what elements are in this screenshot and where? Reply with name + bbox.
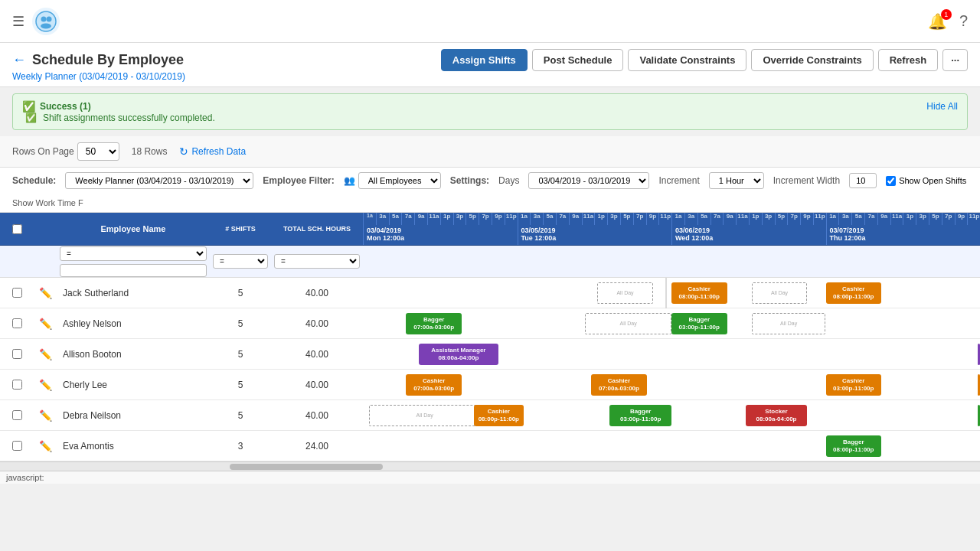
tick-11a3: 11a xyxy=(736,213,749,225)
select-all-checkbox[interactable] xyxy=(12,224,22,234)
row-check[interactable] xyxy=(0,407,34,423)
page-header: ← Schedule By Employee Assign Shifts Pos… xyxy=(0,43,980,87)
row-check[interactable] xyxy=(0,346,34,362)
success-check-icon: ✅ xyxy=(22,100,35,112)
employee-name: Ashley Nelson xyxy=(57,315,210,332)
refresh-button[interactable]: Refresh xyxy=(878,49,938,71)
schedule-controls: Schedule: Weekly Planner (03/04/2019 - 0… xyxy=(0,168,980,213)
row-check[interactable] xyxy=(0,377,34,393)
tick-1p2: 1p xyxy=(594,213,607,225)
row-link[interactable]: ✏️ xyxy=(34,440,57,452)
row-link[interactable]: ✏️ xyxy=(34,318,57,330)
header-employee-name: Employee Name xyxy=(57,213,210,245)
tick-11a4: 11a xyxy=(890,213,903,225)
svg-point-2 xyxy=(47,16,52,21)
increment-select[interactable]: 1 Hour xyxy=(709,172,764,189)
shifts-filter-operator[interactable]: = > < xyxy=(213,254,268,269)
row-checkbox[interactable] xyxy=(12,349,22,359)
day-label-tue: 03/05/2019 Tue 12:00a xyxy=(518,225,672,245)
hide-all-button[interactable]: Hide All xyxy=(926,101,958,112)
success-title-row: ✅ Success (1) Hide All xyxy=(22,100,958,112)
hours-filter-operator[interactable]: = > < xyxy=(274,254,360,269)
row-link[interactable]: ✏️ xyxy=(34,348,57,360)
tick-5a2: 5a xyxy=(543,213,556,225)
assign-shifts-button[interactable]: Assign Shifts xyxy=(441,49,528,71)
logo-icon xyxy=(35,11,57,32)
row-link[interactable]: ✏️ xyxy=(34,379,57,391)
override-constraints-button[interactable]: Override Constraints xyxy=(751,49,873,71)
page-title-group: ← Schedule By Employee xyxy=(12,52,184,68)
table-row: ✏️ Eva Amontis 3 24.00 Bagger08:00p-11:0… xyxy=(0,431,980,461)
weekly-planner-link[interactable]: Weekly Planner (03/04/2019 - 03/10/2019) xyxy=(12,71,185,86)
schedule-select[interactable]: Weekly Planner (03/04/2019 - 03/10/2019) xyxy=(65,172,253,189)
row-check[interactable] xyxy=(0,438,34,454)
employee-name: Debra Neilson xyxy=(57,407,210,424)
shift-count: 5 xyxy=(210,346,271,363)
tick-5p: 5p xyxy=(466,213,479,225)
increment-width-input[interactable] xyxy=(849,173,877,188)
shifts-header-label: # SHIFTS xyxy=(225,225,256,233)
filter-shifts-col: = > < xyxy=(210,251,271,272)
hamburger-icon[interactable]: ☰ xyxy=(12,13,24,30)
help-icon[interactable]: ? xyxy=(959,12,968,30)
tick-9p4: 9p xyxy=(955,213,968,225)
show-open-shifts-checkbox[interactable] xyxy=(886,176,896,186)
row-checkbox[interactable] xyxy=(12,288,22,298)
time-ticks-row: 1a 3a 5a 7a 9a 11a 1p 3p 5p 7p 9p 11p 1a… xyxy=(363,213,980,225)
tick-5a: 5a xyxy=(389,213,402,225)
filter-row: = != contains = > < = > < xyxy=(0,246,980,278)
scrollbar-thumb[interactable] xyxy=(230,464,383,470)
employee-filter-label: Employee Filter: xyxy=(263,175,334,186)
tick-7p3: 7p xyxy=(787,213,800,225)
svg-point-1 xyxy=(41,16,47,21)
rows-per-page-select[interactable]: 50 25 100 xyxy=(77,142,119,161)
refresh-data-button[interactable]: ↻ Refresh Data xyxy=(179,145,246,158)
table-row: ✏️ Debra Neilson 5 40.00 All Day Cashier… xyxy=(0,400,980,431)
row-link[interactable]: ✏️ xyxy=(34,409,57,422)
timeline-cell: Bagger08:00p-11:00p xyxy=(363,431,980,461)
timeline-cell: Bagger07:00a-03:00p All Day Bagger03:00p… xyxy=(363,308,980,339)
header-hours: TOTAL SCH. HOURS xyxy=(271,213,363,245)
employee-filter-select[interactable]: All Employees xyxy=(358,172,441,189)
refresh-data-label: Refresh Data xyxy=(191,146,246,157)
validate-constraints-button[interactable]: Validate Constraints xyxy=(628,49,746,71)
tick-7a3: 7a xyxy=(710,213,724,225)
name-filter-operator[interactable]: = != contains xyxy=(60,246,207,261)
success-title: Success (1) xyxy=(40,101,91,112)
row-check[interactable] xyxy=(0,285,34,301)
table-row: ✏️ Cherly Lee 5 40.00 Cashier07:00a-03:0… xyxy=(0,370,980,400)
total-hours: 24.00 xyxy=(271,438,363,455)
horizontal-scrollbar[interactable] xyxy=(0,461,980,471)
row-checkbox[interactable] xyxy=(12,318,22,328)
action-buttons: Assign Shifts Post Schedule Validate Con… xyxy=(441,49,968,71)
schedule-label: Schedule: xyxy=(12,175,56,186)
timeline-cell: Assistant Manager08:00a-04:00p xyxy=(363,339,980,370)
rows-count: 18 Rows xyxy=(132,146,168,157)
show-open-shifts-label: Show Open Shifts xyxy=(899,176,966,185)
row-checkbox[interactable] xyxy=(12,380,22,390)
days-select[interactable]: 03/04/2019 - 03/10/2019 xyxy=(528,172,649,189)
back-button[interactable]: ← xyxy=(12,52,26,68)
table-row: ✏️ Jack Sutherland 5 40.00 All Day Cashi… xyxy=(0,278,980,308)
name-filter-input[interactable] xyxy=(60,264,207,277)
row-checkbox[interactable] xyxy=(12,410,22,420)
header-link-col xyxy=(34,213,57,245)
settings-label: Settings: xyxy=(450,175,489,186)
tick-5a3: 5a xyxy=(697,213,710,225)
filter-name-col: = != contains xyxy=(57,243,210,280)
total-hours: 40.00 xyxy=(271,315,363,332)
tick-3a2: 3a xyxy=(530,213,543,225)
tick-5p2: 5p xyxy=(620,213,633,225)
table-row: ✏️ Allison Booton 5 40.00 Assistant Mana… xyxy=(0,339,980,370)
show-open-shifts-group: Show Open Shifts xyxy=(886,176,966,186)
row-check[interactable] xyxy=(0,315,34,331)
more-button[interactable]: ··· xyxy=(942,49,968,71)
post-schedule-button[interactable]: Post Schedule xyxy=(532,49,624,71)
row-checkbox[interactable] xyxy=(12,441,22,451)
employee-name-header-label: Employee Name xyxy=(101,224,166,233)
top-bar: ☰ 🔔 1 ? xyxy=(0,0,980,43)
notification-bell[interactable]: 🔔 1 xyxy=(928,12,947,31)
row-link[interactable]: ✏️ xyxy=(34,287,57,299)
timeline-cell: Cashier07:00a-03:00p Cashier07:00a-03:00… xyxy=(363,370,980,400)
top-bar-right: 🔔 1 ? xyxy=(928,12,968,31)
